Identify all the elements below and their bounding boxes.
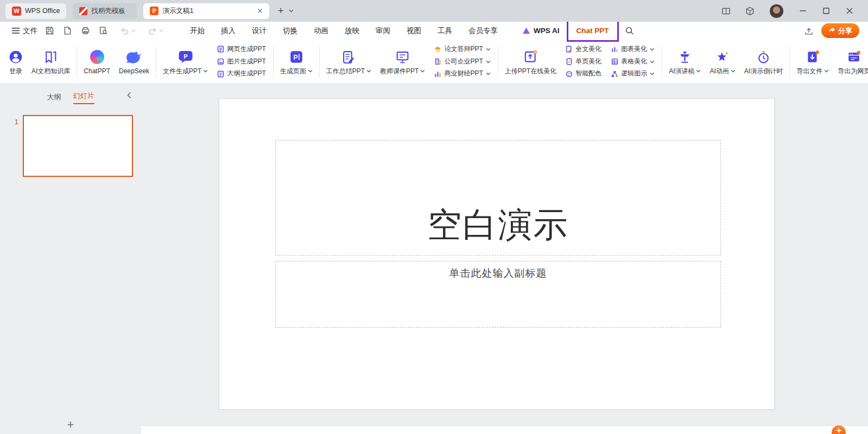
tab-wps-ai[interactable]: WPS AI <box>515 27 567 35</box>
ribbon-table-beautify-button[interactable]: 表格美化 <box>610 57 656 67</box>
ribbon-image-to-ppt-button[interactable]: 图片生成PPT <box>216 57 267 67</box>
magic-star-icon <box>715 49 730 64</box>
ribbon-label: AI演示倒计时 <box>744 68 783 74</box>
bar-chart-icon <box>434 71 441 78</box>
subtitle-placeholder[interactable]: 单击此处输入副标题 <box>275 261 721 328</box>
print-icon[interactable] <box>81 26 90 35</box>
ribbon-ai-speech-button[interactable]: AI演讲稿 <box>664 42 705 82</box>
ribbon-export-web-button[interactable]: 导出为网页 <box>833 42 868 82</box>
chevron-down-icon <box>486 72 491 75</box>
maximize-button[interactable] <box>822 7 831 15</box>
ribbon-web-to-ppt-button[interactable]: 网页生成PPT <box>216 44 267 54</box>
new-tab-button[interactable]: + <box>274 4 288 18</box>
ai-menu-tabs: WPS AI Chat PPT <box>515 22 641 40</box>
ribbon-work-summary-ppt-button[interactable]: 工作总结PPT <box>322 42 376 82</box>
ribbon-chatppt-button[interactable]: ChatPPT <box>79 42 115 82</box>
ribbon-label: 教师课件PPT <box>380 68 419 74</box>
knowledge-base-icon <box>44 49 58 64</box>
tab-design[interactable]: 设计 <box>244 22 275 40</box>
tab-animation[interactable]: 动画 <box>306 22 337 40</box>
ribbon-label: 导出文件 <box>796 68 822 74</box>
ribbon-label: AI演讲稿 <box>669 68 694 74</box>
tab-review[interactable]: 审阅 <box>368 22 398 40</box>
ribbon-beautify-column-2: 图表美化 表格美化 逻辑图示 <box>606 44 660 79</box>
add-slide-button[interactable]: + <box>67 419 74 431</box>
chevron-down-icon <box>486 60 491 63</box>
share-button[interactable]: 分享 <box>821 23 859 38</box>
ribbon-generate-page-button[interactable]: P 生成页面 <box>276 42 317 82</box>
ribbon-label: 表格美化 <box>621 58 647 66</box>
ribbon-separator <box>662 46 662 78</box>
ribbon-deepseek-button[interactable]: DeepSeek <box>115 42 154 82</box>
search-icon[interactable] <box>618 26 641 35</box>
app-box-icon[interactable] <box>745 7 755 16</box>
ribbon-label: 论文答辩PPT <box>444 45 483 54</box>
chevron-down-icon <box>696 69 701 73</box>
output-document-icon[interactable] <box>63 26 72 35</box>
tab-home[interactable]: 开始 <box>182 22 213 40</box>
split-view-icon[interactable] <box>721 7 731 16</box>
tab-tools[interactable]: 工具 <box>429 22 460 40</box>
ribbon-thesis-defense-ppt-button[interactable]: 论文答辩PPT <box>433 44 492 54</box>
quick-access-toolbar <box>45 26 163 35</box>
docer-template-tab[interactable]: 找稻壳模板 <box>73 3 137 19</box>
print-preview-icon[interactable] <box>99 26 108 35</box>
document-tab-active[interactable]: P 演示文稿1 <box>143 3 269 19</box>
save-icon[interactable] <box>45 26 54 35</box>
slide-panel: 大纲 幻灯片 1 + <box>0 84 141 434</box>
ribbon-chart-beautify-button[interactable]: 图表美化 <box>610 44 656 54</box>
chevron-down-icon <box>420 69 425 73</box>
new-tab-chevron-down-icon[interactable] <box>289 9 294 12</box>
ribbon-label: 文件生成PPT <box>163 68 201 74</box>
user-icon <box>9 49 23 64</box>
table-grid-icon <box>611 58 618 65</box>
close-window-button[interactable] <box>845 7 854 15</box>
file-menu-button[interactable]: 文件 <box>8 26 42 36</box>
collapse-panel-chevron-left-icon[interactable] <box>127 92 131 99</box>
ribbon-outline-to-ppt-button[interactable]: 大纲生成PPT <box>216 69 267 79</box>
ribbon-ai-countdown-button[interactable]: AI演示倒计时 <box>740 42 787 82</box>
cloud-upload-icon[interactable] <box>804 26 814 36</box>
tab-chat-ppt[interactable]: Chat PPT <box>567 22 618 40</box>
ribbon-login-button[interactable]: 登录 <box>4 42 27 82</box>
stopwatch-icon <box>757 49 770 64</box>
page-check-icon <box>566 58 573 65</box>
ribbon-ai-animation-button[interactable]: AI动画 <box>705 42 739 82</box>
ribbon-logic-diagram-button[interactable]: 逻辑图示 <box>610 69 656 79</box>
tab-slideshow[interactable]: 放映 <box>337 22 368 40</box>
user-avatar[interactable] <box>769 4 784 18</box>
wps-office-label: WPS Office <box>25 7 60 15</box>
ribbon-label: ChatPPT <box>84 68 110 74</box>
close-tab-icon[interactable] <box>257 8 263 14</box>
undo-button[interactable] <box>120 27 136 35</box>
ribbon-ai-doc-knowledge-button[interactable]: AI文档知识库 <box>27 42 74 82</box>
wps-office-home-tab[interactable]: W WPS Office <box>5 3 66 19</box>
ribbon-file-to-ppt-button[interactable]: P 文件生成PPT <box>159 42 212 82</box>
hamburger-icon <box>12 28 20 34</box>
tab-outline-view[interactable]: 大纲 <box>47 92 61 104</box>
ribbon-full-beautify-button[interactable]: 全文美化 <box>564 44 603 54</box>
chevron-down-icon <box>203 69 208 73</box>
upload-beautify-icon <box>523 49 537 64</box>
ribbon-upload-beautify-button[interactable]: 上传PPT在线美化 <box>500 42 561 82</box>
tab-view[interactable]: 视图 <box>398 22 429 40</box>
tab-slides-view[interactable]: 幻灯片 <box>73 91 94 104</box>
ribbon-single-page-beautify-button[interactable]: 单页美化 <box>564 57 603 67</box>
minimize-button[interactable] <box>799 7 807 15</box>
ribbon-separator <box>77 46 77 78</box>
ribbon-label: 导出为网页 <box>838 68 868 74</box>
ribbon-business-finance-ppt-button[interactable]: 商业财经PPT <box>433 69 492 79</box>
tab-insert[interactable]: 插入 <box>213 22 244 40</box>
ribbon-smart-color-button[interactable]: 智能配色 <box>564 69 603 79</box>
ribbon-company-ppt-button[interactable]: 公司企业PPT <box>433 57 492 67</box>
title-placeholder[interactable]: 空白演示 <box>275 140 721 256</box>
ribbon-export-file-button[interactable]: 导出文件 <box>792 42 833 82</box>
slide-1[interactable]: 空白演示 单击此处输入副标题 <box>219 98 775 410</box>
chevron-down-icon <box>731 69 736 73</box>
wps-ai-label: WPS AI <box>534 27 560 35</box>
redo-button[interactable] <box>148 27 163 35</box>
ribbon-teacher-courseware-ppt-button[interactable]: 教师课件PPT <box>376 42 429 82</box>
tab-membership[interactable]: 会员专享 <box>460 22 506 40</box>
slide-thumbnail-1[interactable]: 1 <box>23 115 133 177</box>
tab-transition[interactable]: 切换 <box>275 22 306 40</box>
